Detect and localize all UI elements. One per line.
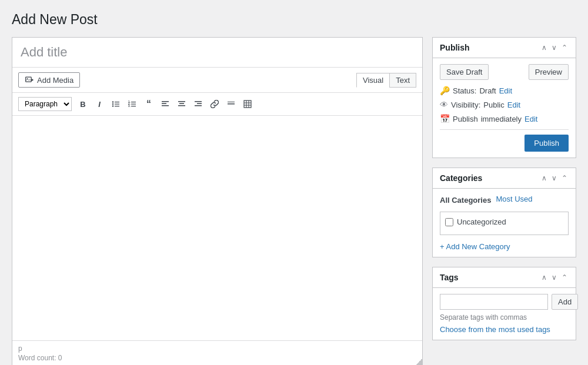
categories-metabox-header: Categories ∧ ∨ ⌃	[433, 168, 576, 189]
svg-rect-17	[162, 105, 169, 106]
italic-button[interactable]: I	[92, 96, 107, 112]
status-icon: 🔑	[440, 86, 450, 95]
table-icon	[243, 100, 252, 108]
publish-collapse-down-button[interactable]: ∨	[550, 42, 558, 53]
status-label: Status:	[453, 86, 476, 95]
align-right-button[interactable]	[191, 96, 206, 112]
svg-point-5	[112, 103, 113, 105]
status-edit-link[interactable]: Edit	[499, 86, 512, 95]
add-media-button[interactable]: Add Media	[18, 72, 80, 88]
categories-metabox: Categories ∧ ∨ ⌃ All Categories Most Use…	[432, 168, 576, 257]
more-button[interactable]	[223, 96, 239, 112]
publish-when: immediately	[481, 115, 522, 123]
tag-input-row: Add	[440, 294, 569, 310]
publish-button-row: Publish	[440, 129, 569, 152]
align-right-icon	[194, 100, 202, 108]
tags-metabox-header: Tags ∧ ∨ ⌃	[433, 267, 576, 288]
svg-rect-0	[26, 77, 32, 82]
align-center-icon	[178, 100, 186, 108]
tag-input[interactable]	[440, 294, 548, 310]
link-button[interactable]	[207, 96, 222, 112]
link-icon	[211, 100, 219, 108]
ordered-list-button[interactable]: 1.2.3.	[125, 96, 140, 112]
categories-metabox-body: All Categories Most Used Uncategorized +…	[433, 189, 576, 257]
publish-time-icon: 📅	[440, 114, 450, 123]
tags-collapse-down-button[interactable]: ∨	[550, 272, 558, 283]
ul-icon	[112, 100, 120, 108]
publish-button[interactable]: Publish	[524, 135, 569, 152]
tags-collapse-up-button[interactable]: ∧	[540, 272, 548, 283]
svg-rect-25	[228, 102, 235, 102]
visibility-value: Public	[483, 101, 504, 109]
publish-close-button[interactable]: ⌃	[560, 42, 569, 53]
paragraph-select[interactable]: Paragraph	[18, 97, 72, 111]
tags-close-button[interactable]: ⌃	[560, 272, 569, 283]
categories-metabox-controls: ∧ ∨ ⌃	[540, 173, 569, 183]
unordered-list-button[interactable]	[108, 96, 123, 112]
svg-rect-26	[244, 101, 251, 108]
svg-rect-10	[131, 102, 136, 102]
sidebar: Publish ∧ ∨ ⌃ Save Draft Preview 🔑 Statu…	[432, 37, 576, 350]
publish-metabox-header: Publish ∧ ∨ ⌃	[433, 38, 576, 58]
most-used-tab[interactable]: Most Used	[496, 195, 532, 206]
visibility-edit-link[interactable]: Edit	[507, 101, 520, 109]
svg-text:3.: 3.	[128, 105, 131, 108]
tab-text[interactable]: Text	[389, 73, 416, 88]
visibility-row: 👁 Visibility: Public Edit	[440, 100, 569, 109]
editor-footer: p Word count: 0	[12, 340, 422, 365]
category-label-uncategorized: Uncategorized	[457, 217, 506, 226]
bold-button[interactable]: B	[75, 96, 91, 112]
add-media-icon	[25, 75, 34, 85]
page-title: Add New Post	[12, 12, 576, 28]
svg-rect-18	[178, 101, 185, 102]
svg-point-7	[112, 105, 113, 106]
align-left-icon	[161, 100, 169, 108]
tab-visual[interactable]: Visual	[356, 73, 389, 88]
svg-rect-16	[162, 103, 166, 105]
svg-rect-14	[131, 106, 136, 106]
publish-collapse-up-button[interactable]: ∧	[540, 42, 548, 53]
status-value: Draft	[479, 86, 496, 95]
category-tabs: All Categories Most Used	[440, 195, 569, 206]
svg-rect-24	[228, 103, 235, 105]
editor-content[interactable]	[12, 116, 422, 340]
add-media-label: Add Media	[37, 76, 74, 85]
category-item-uncategorized[interactable]: Uncategorized	[445, 216, 563, 228]
all-categories-tab[interactable]: All Categories	[440, 195, 491, 206]
add-new-category-link[interactable]: + Add New Category	[440, 242, 510, 251]
svg-rect-21	[195, 101, 202, 102]
svg-point-3	[112, 101, 113, 102]
publish-time-row: 📅 Publish immediately Edit	[440, 114, 569, 123]
publish-metabox-title: Publish	[440, 43, 470, 52]
publish-edit-link[interactable]: Edit	[524, 115, 537, 123]
categories-collapse-up-button[interactable]: ∧	[540, 173, 548, 183]
categories-collapse-down-button[interactable]: ∨	[550, 173, 558, 183]
add-tag-button[interactable]: Add	[552, 294, 578, 310]
ol-icon: 1.2.3.	[128, 100, 136, 108]
editor-paragraph-indicator: p	[18, 344, 416, 353]
editor-panel: Add Media Visual Text Paragraph B I 1.2.…	[12, 37, 423, 365]
table-button[interactable]	[240, 96, 255, 112]
category-checkbox-uncategorized[interactable]	[445, 218, 453, 226]
tags-metabox-body: Add Separate tags with commas Choose fro…	[433, 288, 576, 340]
visibility-label: Visibility:	[451, 101, 480, 109]
publish-label: Publish	[453, 115, 478, 123]
status-row: 🔑 Status: Draft Edit	[440, 86, 569, 95]
editor-top-toolbar: Add Media Visual Text	[12, 68, 422, 93]
more-icon	[227, 100, 235, 108]
choose-tags-link[interactable]: Choose from the most used tags	[440, 325, 550, 334]
svg-rect-19	[179, 103, 184, 105]
svg-rect-8	[115, 106, 119, 106]
categories-metabox-title: Categories	[440, 173, 482, 183]
format-toolbar: Paragraph B I 1.2.3. “	[12, 93, 422, 116]
post-title-input[interactable]	[12, 38, 422, 68]
blockquote-button[interactable]: “	[141, 96, 156, 112]
preview-button[interactable]: Preview	[529, 64, 569, 80]
align-left-button[interactable]	[158, 96, 173, 112]
align-center-button[interactable]	[174, 96, 189, 112]
svg-rect-15	[162, 101, 169, 102]
svg-rect-4	[115, 102, 119, 102]
categories-close-button[interactable]: ⌃	[560, 173, 569, 183]
svg-rect-12	[131, 104, 136, 105]
save-draft-button[interactable]: Save Draft	[440, 64, 489, 80]
